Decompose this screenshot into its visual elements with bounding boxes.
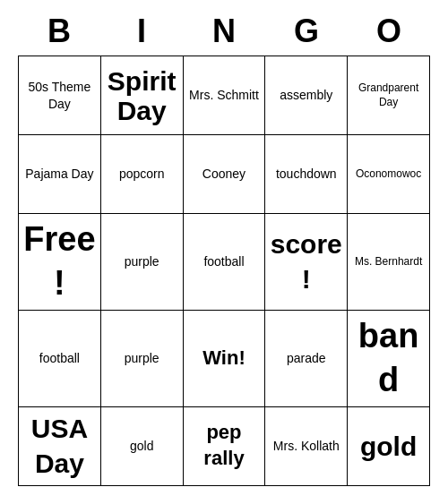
cell-2-3: score! <box>265 214 348 311</box>
cell-0-3: assembly <box>265 56 348 135</box>
cell-1-0: Pajama Day <box>19 135 101 214</box>
header-letter: G <box>265 9 348 54</box>
cell-3-3: parade <box>265 311 348 407</box>
cell-1-2: Cooney <box>184 135 266 214</box>
cell-0-0: 50s Theme Day <box>19 56 101 135</box>
header-letter: N <box>183 9 265 54</box>
header-letter: O <box>348 9 430 54</box>
cell-2-2: football <box>184 214 266 311</box>
cell-1-4: Oconomowoc <box>348 135 430 214</box>
cell-0-2: Mrs. Schmitt <box>184 56 266 135</box>
cell-4-3: Mrs. Kollath <box>265 407 348 486</box>
bingo-header: BINGO <box>18 9 430 54</box>
cell-2-1: purple <box>101 214 184 311</box>
bingo-card: BINGO 50s Theme DaySpirit DayMrs. Schmit… <box>9 0 439 487</box>
cell-3-1: purple <box>101 311 184 407</box>
bingo-grid: 50s Theme DaySpirit DayMrs. Schmittassem… <box>18 56 430 486</box>
cell-4-0: USA Day <box>19 407 101 486</box>
cell-1-3: touchdown <box>265 135 348 214</box>
header-letter: B <box>18 9 100 54</box>
cell-4-2: pep rally <box>184 407 266 486</box>
cell-2-0: Free! <box>19 214 101 311</box>
cell-3-4: band <box>348 311 430 407</box>
cell-0-1: Spirit Day <box>101 56 184 135</box>
cell-4-1: gold <box>101 407 184 486</box>
cell-1-1: popcorn <box>101 135 184 214</box>
cell-2-4: Ms. Bernhardt <box>348 214 430 311</box>
header-letter: I <box>100 9 183 54</box>
cell-3-2: Win! <box>184 311 266 407</box>
cell-4-4: gold <box>348 407 430 486</box>
cell-0-4: Grandparent Day <box>348 56 430 135</box>
cell-3-0: football <box>19 311 101 407</box>
